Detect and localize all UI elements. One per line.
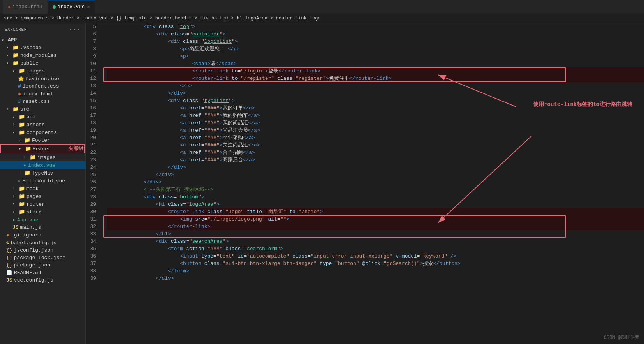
tree-label-jsconfig: jsconfig.json	[14, 247, 53, 253]
tree-item-reset-css[interactable]: # reset.css	[0, 98, 85, 105]
tree-item-package-json[interactable]: {} package.json	[0, 261, 85, 269]
code-line-11: <router-link to="/login">登录</router-link…	[107, 67, 644, 75]
tree-item-vue-config[interactable]: JS vue.config.js	[0, 277, 85, 284]
code-line-27: <!--头部第二行 搜索区域-->	[107, 186, 644, 193]
ln-11: 11	[86, 67, 99, 75]
tree-item-mock[interactable]: › 📁 mock	[0, 185, 85, 192]
tree-item-api[interactable]: › 📁 api	[0, 113, 85, 121]
tree-item-assets[interactable]: › 📁 assets	[0, 121, 85, 129]
tree-item-app[interactable]: ▾ APP	[0, 36, 85, 44]
tree-item-header-images[interactable]: › 📁 images	[0, 153, 85, 161]
tree-label-babel: babel.config.js	[11, 240, 56, 246]
close-icon[interactable]: ✕	[87, 4, 90, 9]
tree-item-babel[interactable]: ⚙ babel.config.js	[0, 239, 85, 247]
tab-index-html[interactable]: ◈ index.html	[3, 0, 48, 14]
tree-item-footer[interactable]: › 📁 Footer	[0, 136, 85, 144]
vue-icon: ▸	[18, 178, 21, 184]
code-line-13: </p>	[107, 82, 644, 90]
code-line-16: <a href="###">我的订单</a>	[107, 104, 644, 112]
ln-23: 23	[86, 156, 99, 164]
ln-9: 9	[86, 53, 99, 60]
watermark: CSDN @瓜哇斗罗	[604, 334, 639, 341]
tree-item-public-images[interactable]: › 📁 images	[0, 67, 85, 75]
tab-index-vue[interactable]: index.vue ✕	[48, 0, 95, 14]
tree-item-package-lock[interactable]: {} package-lock.json	[0, 254, 85, 261]
tree-item-node-modules[interactable]: › 📁 node_modules	[0, 51, 85, 59]
tree-item-index-html[interactable]: ◈ index.html	[0, 90, 85, 98]
code-line-8: <p>尚品汇欢迎您！ </p>	[107, 45, 644, 53]
tree-label-public: public	[20, 60, 39, 66]
folder-icon: 📁	[30, 154, 36, 161]
arrow-icon: ›	[12, 202, 19, 206]
folder-icon: 📁	[19, 122, 25, 128]
code-line-29: <h1 class="logoArea">	[107, 201, 644, 208]
git-icon: ◆	[6, 232, 9, 238]
ln-35: 35	[86, 245, 99, 252]
tree-item-helloworld[interactable]: ▸ HelloWorld.vue	[0, 177, 85, 185]
tree-item-main-js[interactable]: JS main.js	[0, 224, 85, 231]
arrow-icon: ›	[12, 115, 19, 119]
code-line-28: <div class="bottom">	[107, 193, 644, 201]
tree-label-images: images	[26, 68, 45, 74]
line-numbers: 5 6 7 8 9 10 11 12 13 14 15 16 17 18 19 …	[86, 23, 103, 344]
tree-item-jsconfig[interactable]: {} jsconfig.json	[0, 247, 85, 254]
ln-34: 34	[86, 238, 99, 245]
code-line-26: </div>	[107, 178, 644, 186]
tree-label-helloworld: HelloWorld.vue	[23, 178, 65, 184]
code-line-30: <router-link class="logo" title="尚品汇" to…	[107, 208, 644, 215]
code-line-25: </div>	[107, 171, 644, 178]
json-icon: {}	[6, 255, 12, 261]
folder-icon: 📁	[19, 185, 25, 192]
folder-icon: 📁	[19, 193, 25, 199]
code-line-23: <a href="###">商家后台</a>	[107, 156, 644, 164]
tree-label-store: store	[26, 209, 42, 215]
tree-item-pages[interactable]: › 📁 pages	[0, 192, 85, 200]
tree-item-header[interactable]: ▾ 📁 Header	[0, 144, 85, 153]
tree-label-typenav: TypeNav	[32, 170, 53, 176]
ln-10: 10	[86, 60, 99, 67]
tree-item-iconfont[interactable]: # iconfont.css	[0, 83, 85, 90]
tree-item-favicon[interactable]: ⭐ favicon.ico	[0, 75, 85, 83]
arrow-icon: ›	[12, 194, 19, 199]
tree-item-src[interactable]: ▾ 📁 src	[0, 105, 85, 113]
tab-label-vue: index.vue	[58, 4, 85, 10]
ln-30: 30	[86, 208, 99, 215]
tree-item-gitignore[interactable]: ◆ .gitignore	[0, 231, 85, 239]
arrow-icon: ›	[18, 138, 24, 143]
arrow-icon: ▾	[19, 146, 25, 151]
editor-area: 5 6 7 8 9 10 11 12 13 14 15 16 17 18 19 …	[86, 23, 644, 344]
ln-17: 17	[86, 112, 99, 119]
js-icon: JS	[12, 224, 19, 230]
more-options-button[interactable]: ···	[69, 26, 81, 33]
tree-item-app-vue[interactable]: ▸ App.vue	[0, 216, 85, 224]
code-line-12: <router-link to="/register" class="regis…	[107, 75, 644, 82]
tree-item-readme[interactable]: 📄 README.md	[0, 269, 85, 277]
ln-13: 13	[86, 82, 99, 90]
vue-icon: ▸	[23, 162, 26, 168]
tree-label-router: router	[26, 201, 45, 207]
tree-item-typenav[interactable]: › 📁 TypeNav	[0, 169, 85, 177]
json-icon: {}	[6, 247, 12, 253]
tree-item-components[interactable]: ▾ 📁 components	[0, 129, 85, 136]
code-line-33: </h1>	[107, 230, 644, 238]
tree-item-public[interactable]: ▾ 📁 public	[0, 59, 85, 67]
code-line-32: </router-link>	[107, 223, 644, 230]
file-tree: ▾ APP › 📁 .vscode › 📁 node_modules ▾ 📁 p…	[0, 36, 85, 284]
tree-item-header-index[interactable]: ▸ index.vue	[0, 161, 85, 169]
tree-label-footer: Footer	[32, 138, 50, 143]
tree-item-router[interactable]: › 📁 router	[0, 200, 85, 208]
tree-label-index-html: index.html	[23, 91, 53, 97]
code-line-17: <a href="###">我的购物车</a>	[107, 112, 644, 119]
code-line-21: <a href="###">关注尚品汇</a>	[107, 141, 644, 149]
tree-label-header: Header	[33, 146, 51, 152]
arrow-icon: ›	[6, 46, 12, 50]
ln-21: 21	[86, 141, 99, 149]
code-line-6: <div class="container">	[107, 30, 644, 38]
ln-19: 19	[86, 127, 99, 134]
tree-item-vscode[interactable]: › 📁 .vscode	[0, 44, 85, 51]
code-editor[interactable]: <div class="top"> <div class="container"…	[103, 23, 644, 344]
js-icon: JS	[6, 277, 12, 283]
ln-12: 12	[86, 75, 99, 82]
tree-item-store[interactable]: › 📁 store	[0, 208, 85, 216]
code-line-7: <div class="loginList">	[107, 38, 644, 45]
